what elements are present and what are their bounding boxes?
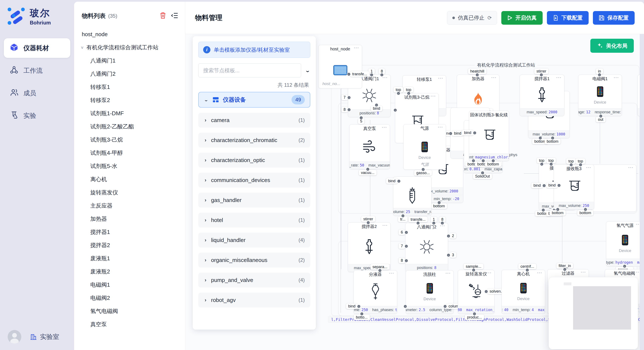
port-tr...[interactable]: tr...› [398, 217, 408, 222]
node-menu-icon[interactable]: ••• [614, 76, 619, 79]
port-stirrer[interactable]: stirrer› [361, 217, 375, 221]
node-menu-icon[interactable]: ••• [430, 94, 436, 98]
tree-node[interactable]: 试剂瓶2-乙酸乙酯 [74, 120, 185, 133]
download-config-button[interactable]: 下载配置 [547, 11, 589, 25]
port-bottom[interactable]: bottom› [544, 139, 560, 144]
node-card[interactable]: 分液器•••volume: 250has_phases: truesepara.… [354, 270, 397, 314]
port-in[interactable]: in› [596, 69, 603, 74]
port-botto...[interactable]: botto...› [354, 315, 370, 320]
tree-node[interactable]: 试剂瓶4-甲醇 [74, 146, 185, 160]
port-sample...[interactable]: sample...› [464, 264, 484, 269]
tree-node[interactable]: 试剂瓶3-己烷 [74, 133, 185, 146]
node-canvas[interactable]: i 单击模板添加仪器/耗材至实验室 ⌄ 共 112 条结果 ⌄ 仪器设备 49 … [185, 34, 644, 350]
node-card[interactable]: 固体试剂瓶3-氯化镁•••agent: magnesium_chloridebi… [469, 111, 509, 161]
port-top[interactable]: top› [394, 88, 403, 92]
node-menu-icon[interactable]: ••• [438, 125, 443, 129]
port-bind[interactable]: bind› [531, 183, 543, 188]
node-menu-icon[interactable]: ••• [581, 270, 586, 274]
category-characterization-chromatic[interactable]: ›characterization_chromatic(2) [198, 133, 310, 148]
port-bind[interactable]: bind› [546, 183, 558, 187]
node-card[interactable]: 氢气气源•••Devicegas_type: hydrogenmax_prega… [606, 221, 644, 266]
tree-node[interactable]: 电磁阀2 [74, 291, 185, 305]
node-menu-icon[interactable]: ••• [446, 271, 451, 275]
port-bind[interactable]: bind› [371, 106, 382, 111]
tree-node[interactable]: 试剂瓶1-DMF [74, 107, 185, 120]
category-communication-devices[interactable]: ›communication_devices(1) [198, 173, 310, 187]
port-bottom[interactable]: bottom› [577, 211, 593, 215]
port-separa...[interactable]: separa...› [370, 265, 390, 269]
tree-node[interactable]: 搅拌器1 [74, 225, 185, 239]
category-hotel[interactable]: ›hotel(1) [198, 213, 310, 227]
tree-node[interactable]: 搅拌器2 [74, 239, 185, 252]
chevron-down-icon[interactable]: ∨ [80, 45, 84, 50]
port-1[interactable]: 1› [368, 69, 375, 74]
port-dot[interactable]: › [403, 305, 407, 308]
category-group-instruments[interactable]: ⌄ 仪器设备 49 [198, 92, 310, 108]
port-produc...[interactable]: produc...› [465, 315, 484, 320]
node-menu-icon[interactable]: ••• [382, 76, 388, 79]
tree-node[interactable]: 八通阀门1 [74, 54, 185, 67]
user-avatar[interactable] [8, 330, 21, 344]
tree-node[interactable]: 旋转蒸发仪 [74, 186, 185, 199]
port-top[interactable]: top› [576, 159, 585, 164]
tree-node[interactable]: 主反应器 [74, 199, 185, 212]
sidebar-item-experiments[interactable]: 实验 [4, 106, 70, 126]
port-bottom[interactable]: bottom› [485, 162, 501, 167]
port-bind[interactable]: bind› [386, 179, 398, 183]
tree-node[interactable]: 八通阀门2 [74, 67, 185, 80]
tree-node[interactable]: 加热器 [74, 212, 185, 225]
node-menu-icon[interactable]: ••• [354, 46, 359, 49]
category-gas-handler[interactable]: ›gas_handler(1) [198, 193, 310, 207]
collapse-panel-chevron-icon[interactable]: ⌄ [305, 68, 310, 73]
tree-node[interactable]: 废液瓶2 [74, 265, 185, 278]
node-card[interactable]: host_node•••host_no...transfe...› [318, 45, 362, 88]
node-card[interactable]: 电磁阀1•••Devicevoltage: 12response_time: 0… [578, 75, 622, 116]
node-menu-icon[interactable]: ••• [382, 223, 388, 227]
node-card[interactable]: 搅拌器1•••max_speed: 2000stirrer› [520, 75, 564, 116]
port-bottom[interactable]: bottom› [550, 211, 566, 215]
sidebar-item-instruments[interactable]: 仪器耗材 [4, 38, 70, 58]
node-menu-icon[interactable]: ••• [628, 166, 634, 169]
node-card[interactable]: ••• [592, 165, 636, 212]
port-gasso...[interactable]: gasso...› [414, 171, 432, 175]
port-SolidOut[interactable]: SolidOut› [473, 174, 492, 178]
tree-node-host[interactable]: host_node [74, 28, 185, 41]
beautify-layout-button[interactable]: 美化布局 [590, 39, 634, 53]
node-card[interactable]: max_volume: 25transfer_rate: 10bind›tr..… [393, 176, 432, 216]
refresh-icon[interactable]: ⟳ [488, 15, 492, 21]
port-8[interactable]: 8› [379, 69, 385, 74]
delete-all-icon[interactable] [160, 12, 166, 20]
node-card[interactable]: 接收瓶3•••max_volume: 250top›top›bind›botto… [554, 165, 594, 210]
port-bind[interactable]: bind› [452, 131, 464, 136]
lab-switcher[interactable]: 实验室 [30, 333, 59, 341]
tree-node[interactable]: 转移泵2 [74, 94, 185, 107]
sidebar-item-workflow[interactable]: 工作流 [4, 61, 70, 80]
port-7[interactable]: 7› [399, 244, 405, 248]
port-top[interactable]: top› [537, 159, 546, 163]
node-menu-icon[interactable]: ••• [491, 76, 497, 79]
start-simulation-button[interactable]: 开启仿真 [501, 11, 543, 25]
tree-node[interactable]: 转移泵1 [74, 80, 185, 94]
node-card[interactable]: 洗脱柱•••Devicediameter: 2.5column_type: si… [406, 270, 454, 314]
node-card[interactable]: 八通阀门2•••positions: 8transfe...›1›8›6›7›8… [405, 223, 448, 272]
tree-node[interactable]: 离心机 [74, 173, 185, 186]
category-liquid-handler[interactable]: ›liquid_handler(4) [198, 233, 310, 247]
port-centrif...[interactable]: centrif...› [518, 264, 536, 269]
node-card[interactable]: 真空泵•••pump_rate: 50max_vacuum: 0.1vacuu.… [349, 124, 390, 169]
tree-node[interactable]: 真空泵 [74, 318, 185, 331]
port-8[interactable]: 8› [342, 107, 348, 112]
node-menu-icon[interactable]: ••• [537, 271, 542, 275]
port-8[interactable]: 8› [439, 217, 446, 222]
port-stirrer[interactable]: stirrer› [534, 69, 548, 74]
port-transfe...[interactable]: transfe...› [350, 72, 369, 76]
port-1[interactable]: 1› [430, 217, 437, 222]
node-card[interactable]: 旋转蒸发仪•••temp: 180max_rotation_speed:samp… [458, 270, 494, 314]
save-config-button[interactable]: 保存配置 [593, 11, 635, 25]
port-out[interactable]: out› [596, 117, 606, 122]
tree-node[interactable]: 废液瓶1 [74, 252, 185, 265]
node-menu-icon[interactable]: ••• [382, 126, 387, 129]
port-2[interactable]: 2› [450, 234, 456, 238]
node-menu-icon[interactable]: ••• [501, 112, 506, 116]
sidebar-item-members[interactable]: 成员 [4, 83, 70, 103]
port-6[interactable]: 6› [399, 230, 405, 234]
